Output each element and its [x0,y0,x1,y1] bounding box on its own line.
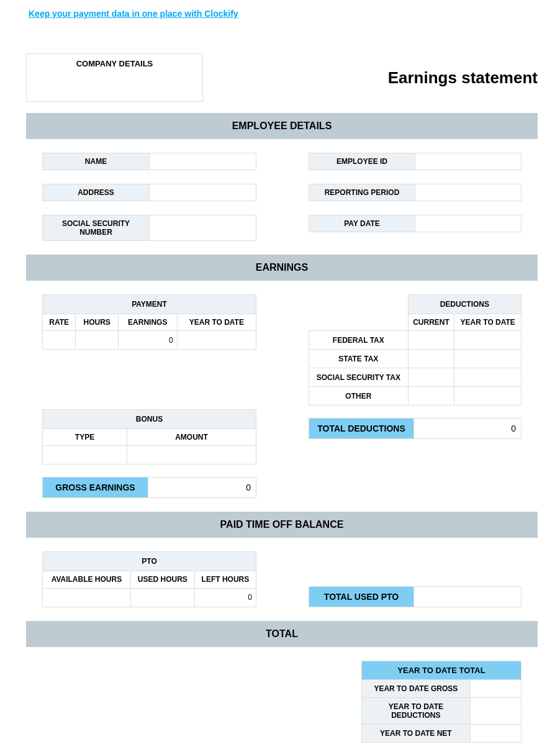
ytd-gross-value [470,679,521,697]
pto-table: PTO AVAILABLE HOURS USED HOURS LEFT HOUR… [42,551,256,607]
deduction-ss-current [408,368,454,387]
deduction-row-other: OTHER [309,387,522,405]
ytd-net-label: YEAR TO DATE NET [362,724,471,742]
bonus-col-amount: AMOUNT [127,429,256,446]
deductions-col-ytd: YEAR TO DATE [454,314,522,331]
deduction-federal-current [408,331,454,350]
earnings-body: PAYMENT RATE HOURS EARNINGS YEAR TO DATE… [26,281,538,512]
ytd-deductions-row: YEAR TO DATE DEDUCTIONS [362,697,522,724]
ytd-deductions-value [470,697,521,724]
total-used-pto-row: TOTAL USED PTO [309,586,522,607]
gross-earnings-value: 0 [148,477,256,498]
total-used-pto-label: TOTAL USED PTO [309,586,414,607]
pto-col-available: AVAILABLE HOURS [43,571,131,588]
label-pay-date: PAY DATE [309,215,415,232]
deduction-label-federal: FEDERAL TAX [309,331,409,350]
total-deductions-label: TOTAL DEDUCTIONS [309,418,414,439]
payment-col-rate: RATE [43,314,76,331]
employee-left-col: NAME ADDRESS SOCIAL SECURITY NUMBER [42,153,256,241]
total-header: TOTAL [26,621,538,647]
earnings-left-col: PAYMENT RATE HOURS EARNINGS YEAR TO DATE… [42,294,256,498]
document-header: COMPANY DETAILS Earnings statement [0,19,560,113]
pto-left: 0 [194,588,256,607]
pto-col-left: LEFT HOURS [194,571,256,588]
deduction-other-ytd [454,387,522,405]
value-address [150,184,256,201]
ytd-deductions-label: YEAR TO DATE DEDUCTIONS [362,697,471,724]
row-employee-id: EMPLOYEE ID [309,153,522,170]
employee-details-body: NAME ADDRESS SOCIAL SECURITY NUMBER EMPL… [26,139,538,255]
payment-title: PAYMENT [43,295,256,314]
page-title: Earnings statement [388,68,538,88]
payment-ytd [177,331,256,350]
pto-used [130,588,194,607]
earnings-right-col: DEDUCTIONS CURRENT YEAR TO DATE FEDERAL … [309,294,522,439]
pto-row: 0 [43,588,256,607]
pto-section: PAID TIME OFF BALANCE PTO AVAILABLE HOUR… [26,512,538,621]
bonus-row [43,446,256,464]
company-details-box: COMPANY DETAILS [26,53,203,102]
deduction-other-current [408,387,454,405]
ytd-total-title: YEAR TO DATE TOTAL [362,661,522,679]
pto-header: PAID TIME OFF BALANCE [26,512,538,538]
promo-link[interactable]: Keep your payment data in one place with… [29,9,238,19]
pto-col-used: USED HOURS [130,571,194,588]
pto-available [43,588,131,607]
row-address: ADDRESS [42,184,256,201]
deduction-label-other: OTHER [309,387,409,405]
deduction-row-ss: SOCIAL SECURITY TAX [309,368,522,387]
payment-row: 0 [43,331,256,350]
employee-details-section: EMPLOYEE DETAILS NAME ADDRESS SOCIAL SEC… [26,113,538,255]
pto-title: PTO [43,552,256,571]
gross-earnings-row: GROSS EARNINGS 0 [42,477,256,498]
total-body: YEAR TO DATE TOTAL YEAR TO DATE GROSS YE… [26,647,538,747]
deduction-state-current [408,350,454,368]
label-reporting-period: REPORTING PERIOD [309,184,415,201]
ytd-net-row: YEAR TO DATE NET [362,724,522,742]
company-details-label: COMPANY DETAILS [30,59,199,68]
row-reporting-period: REPORTING PERIOD [309,184,522,201]
bonus-col-type: TYPE [43,429,127,446]
ytd-gross-label: YEAR TO DATE GROSS [362,679,471,697]
bonus-type [43,446,127,464]
pto-right-col: TOTAL USED PTO [309,586,522,607]
ytd-net-value [470,724,521,742]
pto-body: PTO AVAILABLE HOURS USED HOURS LEFT HOUR… [26,538,538,621]
earnings-header: EARNINGS [26,255,538,281]
deduction-ss-ytd [454,368,522,387]
value-reporting-period [415,184,522,201]
deductions-table: DEDUCTIONS CURRENT YEAR TO DATE FEDERAL … [309,294,522,405]
pto-left-col: PTO AVAILABLE HOURS USED HOURS LEFT HOUR… [42,551,256,607]
payment-col-earnings: EARNINGS [118,314,177,331]
payment-rate [43,331,76,350]
bonus-amount [127,446,256,464]
label-employee-id: EMPLOYEE ID [309,153,415,170]
total-deductions-value: 0 [414,418,522,439]
payment-table: PAYMENT RATE HOURS EARNINGS YEAR TO DATE… [42,294,256,350]
label-name: NAME [42,153,150,170]
value-employee-id [415,153,522,170]
deduction-row-state: STATE TAX [309,350,522,368]
bonus-title: BONUS [43,410,256,429]
value-pay-date [415,215,522,232]
earnings-section: EARNINGS PAYMENT RATE HOURS EARNINGS YEA… [26,255,538,512]
total-deductions-row: TOTAL DEDUCTIONS 0 [309,418,522,439]
deduction-federal-ytd [454,331,522,350]
deduction-row-federal: FEDERAL TAX [309,331,522,350]
row-name: NAME [42,153,256,170]
promo-link-wrap: Keep your payment data in one place with… [0,0,560,19]
row-pay-date: PAY DATE [309,215,522,232]
ytd-gross-row: YEAR TO DATE GROSS [362,679,522,697]
total-block: YEAR TO DATE TOTAL YEAR TO DATE GROSS YE… [361,661,522,747]
payment-earnings: 0 [118,331,177,350]
deduction-label-state: STATE TAX [309,350,409,368]
deductions-col-current: CURRENT [408,314,454,331]
total-used-pto-value [414,586,522,607]
earnings-statement-page: Keep your payment data in one place with… [0,0,560,747]
deductions-title: DEDUCTIONS [408,295,521,314]
deduction-state-ytd [454,350,522,368]
gross-earnings-label: GROSS EARNINGS [42,477,148,498]
ytd-total-table: YEAR TO DATE TOTAL YEAR TO DATE GROSS YE… [361,661,522,743]
row-ssn: SOCIAL SECURITY NUMBER [42,215,256,241]
label-address: ADDRESS [42,184,150,201]
